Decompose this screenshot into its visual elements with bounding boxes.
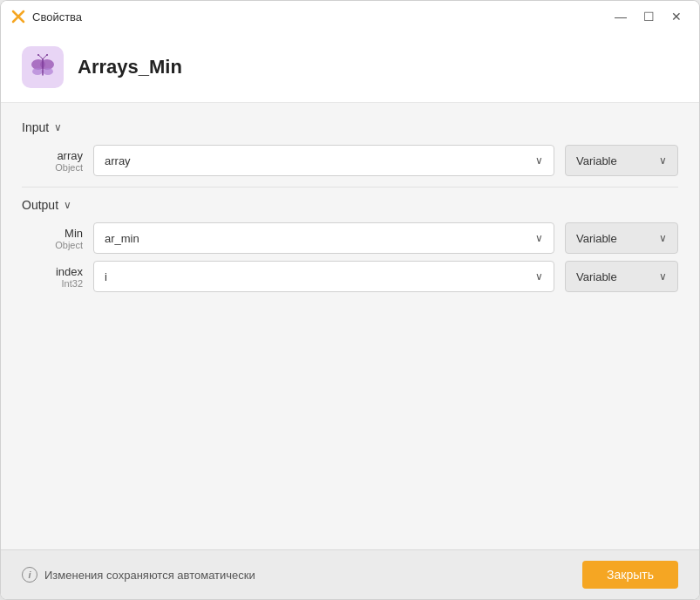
min-field-label: Min Object — [22, 227, 83, 250]
array-label-sub: Object — [22, 162, 83, 173]
svg-point-6 — [46, 54, 48, 56]
minimize-button[interactable]: — — [608, 4, 633, 29]
window-title: Свойства — [32, 10, 82, 24]
min-value-dropdown[interactable]: ar_min ∨ — [93, 222, 554, 254]
app-logo-icon — [11, 10, 25, 24]
main-content: Input ∨ array Object array ∨ Variable ∨ … — [1, 103, 699, 549]
index-label-main: index — [22, 265, 83, 278]
close-button[interactable]: Закрыть — [582, 561, 678, 589]
input-section-header: Input ∨ — [22, 120, 678, 134]
input-chevron-icon[interactable]: ∨ — [54, 121, 62, 133]
index-type-dropdown[interactable]: Variable ∨ — [565, 261, 678, 292]
footer: i Изменения сохраняются автоматически За… — [1, 549, 699, 599]
output-section-header: Output ∨ — [22, 198, 678, 212]
index-value-dropdown[interactable]: i ∨ — [93, 261, 554, 292]
svg-point-5 — [37, 54, 39, 56]
array-field-row: array Object array ∨ Variable ∨ — [22, 145, 678, 176]
array-type-arrow-icon: ∨ — [659, 154, 667, 167]
min-type-text: Variable — [576, 232, 617, 245]
header-area: Arrays_Min — [1, 32, 699, 103]
array-value-text: array — [105, 154, 131, 167]
title-bar: Свойства — ☐ ✕ — [1, 1, 699, 32]
min-type-arrow-icon: ∨ — [659, 232, 667, 244]
title-bar-controls: — ☐ ✕ — [608, 4, 689, 29]
min-dropdown-arrow-icon: ∨ — [535, 232, 543, 244]
section-divider — [22, 187, 678, 188]
min-value-text: ar_min — [105, 232, 139, 245]
index-type-text: Variable — [576, 270, 617, 283]
app-icon — [22, 46, 64, 88]
array-type-dropdown[interactable]: Variable ∨ — [565, 145, 678, 176]
array-dropdown-arrow-icon: ∨ — [535, 154, 543, 167]
app-title: Arrays_Min — [78, 56, 182, 78]
title-bar-left: Свойства — [11, 10, 82, 24]
min-type-dropdown[interactable]: Variable ∨ — [565, 222, 678, 254]
index-field-label: index Int32 — [22, 265, 83, 289]
maximize-button[interactable]: ☐ — [636, 4, 661, 29]
array-label-main: array — [22, 149, 83, 162]
output-section-label: Output — [22, 198, 58, 212]
info-icon: i — [22, 567, 37, 583]
butterfly-icon — [30, 54, 56, 80]
svg-point-3 — [43, 68, 53, 75]
array-value-dropdown[interactable]: array ∨ — [93, 145, 554, 176]
input-section-label: Input — [22, 120, 49, 134]
index-type-arrow-icon: ∨ — [659, 270, 667, 283]
footer-info: i Изменения сохраняются автоматически — [22, 567, 255, 583]
index-field-row: index Int32 i ∨ Variable ∨ — [22, 261, 678, 292]
index-value-text: i — [105, 270, 107, 283]
svg-point-2 — [32, 68, 43, 75]
min-field-row: Min Object ar_min ∨ Variable ∨ — [22, 222, 678, 254]
min-label-main: Min — [22, 227, 83, 240]
index-label-sub: Int32 — [22, 278, 83, 289]
index-dropdown-arrow-icon: ∨ — [535, 270, 543, 283]
footer-info-text: Изменения сохраняются автоматически — [44, 569, 255, 582]
min-label-sub: Object — [22, 240, 83, 250]
close-window-button[interactable]: ✕ — [664, 4, 689, 29]
main-window: Свойства — ☐ ✕ Arrays_Min — [0, 0, 700, 600]
array-type-text: Variable — [576, 154, 617, 167]
array-field-label: array Object — [22, 149, 83, 173]
output-chevron-icon[interactable]: ∨ — [64, 199, 71, 211]
